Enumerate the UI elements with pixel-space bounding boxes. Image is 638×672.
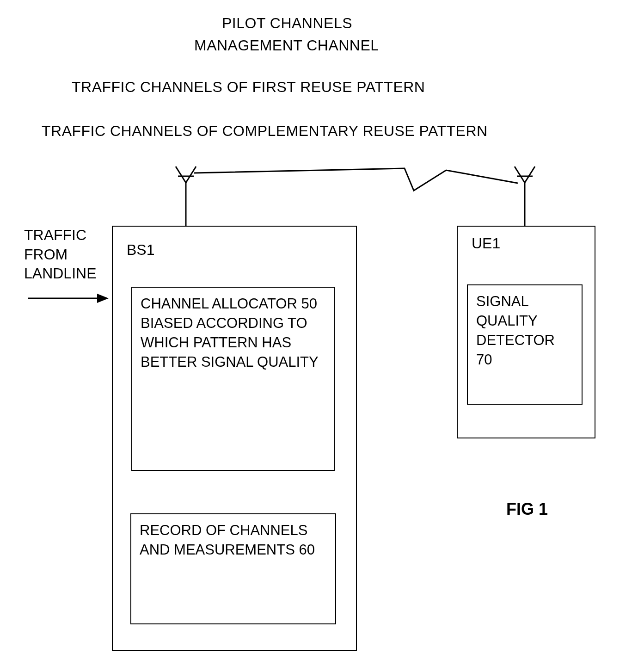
svg-line-6 xyxy=(525,166,535,183)
bs1-label: BS1 xyxy=(127,241,154,259)
traffic-label-line1: TRAFFIC xyxy=(24,226,97,245)
traffic-first-reuse-label: TRAFFIC CHANNELS OF FIRST REUSE PATTERN xyxy=(72,79,425,96)
svg-line-1 xyxy=(176,166,186,183)
signal-quality-detector-box: SIGNAL QUALITY DETECTOR 70 xyxy=(467,284,583,405)
record-box: RECORD OF CHANNELS AND MEASUREMENTS 60 xyxy=(130,513,336,624)
figure-label: FIG 1 xyxy=(506,499,548,519)
ue1-box: UE1 SIGNAL QUALITY DETECTOR 70 xyxy=(457,226,595,438)
bs1-box: BS1 CHANNEL ALLOCATOR 50 BIASED ACCORDIN… xyxy=(112,226,357,651)
traffic-label-line3: LANDLINE xyxy=(24,264,97,284)
traffic-complementary-reuse-label: TRAFFIC CHANNELS OF COMPLEMENTARY REUSE … xyxy=(42,123,488,140)
traffic-label-line2: FROM xyxy=(24,245,97,265)
traffic-from-landline-label: TRAFFIC FROM LANDLINE xyxy=(24,226,97,284)
pilot-channels-label: PILOT CHANNELS xyxy=(222,15,352,32)
traffic-arrow-icon xyxy=(28,291,109,305)
management-channel-label: MANAGEMENT CHANNEL xyxy=(194,37,379,54)
channel-allocator-text: CHANNEL ALLOCATOR 50 BIASED ACCORDING TO… xyxy=(141,296,319,370)
channel-allocator-box: CHANNEL ALLOCATOR 50 BIASED ACCORDING TO… xyxy=(131,287,335,471)
record-text: RECORD OF CHANNELS AND MEASUREMENTS 60 xyxy=(140,522,315,558)
wireless-link-icon xyxy=(194,166,518,199)
signal-quality-detector-text: SIGNAL QUALITY DETECTOR 70 xyxy=(476,293,555,368)
ue1-label: UE1 xyxy=(472,235,500,252)
svg-marker-9 xyxy=(97,294,109,303)
